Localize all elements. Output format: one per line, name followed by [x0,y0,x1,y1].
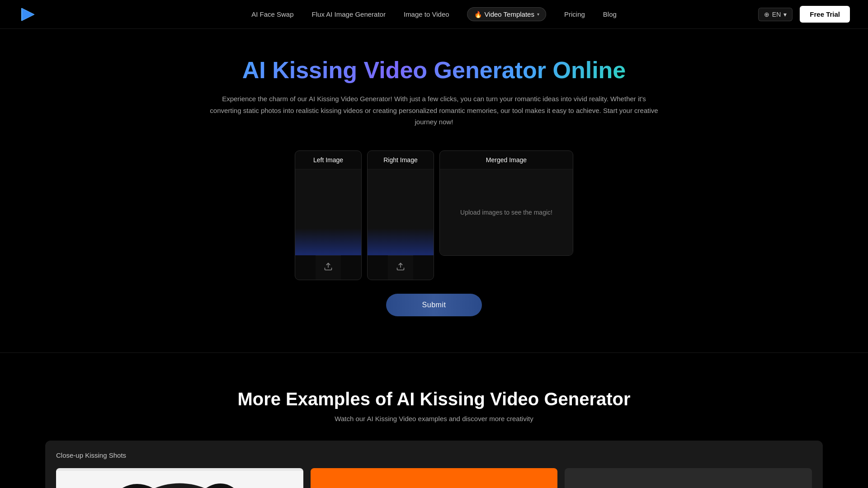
video-templates-label: Video Templates [485,10,534,18]
merged-image-panel: Merged Image Upload images to see the ma… [439,150,573,256]
left-image-panel: Left Image [295,150,362,280]
right-image-preview [368,169,434,255]
left-image-label: Left Image [295,151,361,169]
examples-card-title: Close-up Kissing Shots [56,451,812,459]
fire-icon: 🔥 [474,11,482,18]
hero-description: Experience the charm of our AI Kissing V… [208,93,660,128]
header-right: ⊕ EN ▾ Free Trial [758,6,850,23]
nav-image-to-video[interactable]: Image to Video [404,10,449,18]
merged-image-label: Merged Image [440,151,573,169]
main-nav: AI Face Swap Flux AI Image Generator Ima… [251,7,617,21]
nav-video-templates[interactable]: 🔥 Video Templates ▾ [467,7,546,21]
right-image-panel: Right Image [367,150,434,280]
hero-section: AI Kissing Video Generator Online Experi… [0,29,868,334]
left-upload-btn-row [316,255,341,280]
header: AI Face Swap Flux AI Image Generator Ima… [0,0,868,29]
free-trial-button[interactable]: Free Trial [800,6,850,23]
example-2-svg [311,468,558,488]
example-item-1[interactable] [56,468,303,488]
left-panel-content [295,169,361,280]
merged-panel-content: Upload images to see the magic! [440,169,573,255]
nav-ai-face-swap[interactable]: AI Face Swap [251,10,293,18]
upload-section: Left Image Right Image [295,150,573,280]
merged-placeholder: Upload images to see the magic! [460,209,552,216]
svg-rect-11 [311,471,558,488]
example-3-preview [565,468,812,488]
right-upload-btn-row [388,255,413,280]
left-image-preview [295,169,361,255]
upload-icon [324,262,333,271]
example-2-preview [311,468,558,488]
svg-marker-0 [22,8,34,21]
nav-pricing[interactable]: Pricing [564,10,585,18]
lang-chevron-icon: ▾ [783,11,787,18]
submit-button[interactable]: Submit [386,294,482,316]
example-item-3[interactable] [565,468,812,488]
nav-flux-ai[interactable]: Flux AI Image Generator [312,10,386,18]
right-panel-content [368,169,434,280]
left-upload-button[interactable] [320,260,336,275]
language-selector[interactable]: ⊕ EN ▾ [758,8,793,21]
examples-card: Close-up Kissing Shots [45,441,823,488]
upload-icon [396,262,405,271]
section-divider [0,352,868,353]
logo-area [18,5,36,23]
example-item-2[interactable] [311,468,558,488]
example-1-preview [56,468,303,488]
examples-title: More Examples of AI Kissing Video Genera… [45,389,823,409]
merged-image-preview: Upload images to see the magic! [440,169,573,255]
chevron-down-icon: ▾ [537,12,539,17]
examples-section: More Examples of AI Kissing Video Genera… [0,371,868,488]
hero-title: AI Kissing Video Generator Online [242,56,626,84]
right-image-label: Right Image [368,151,434,169]
example-1-svg [56,468,303,488]
nav-blog[interactable]: Blog [603,10,617,18]
globe-icon: ⊕ [764,11,769,18]
logo-icon [18,5,36,23]
language-label: EN [772,11,781,18]
examples-subtitle: Watch our AI Kissing Video examples and … [45,415,823,422]
examples-grid [56,468,812,488]
right-upload-button[interactable] [392,260,409,275]
